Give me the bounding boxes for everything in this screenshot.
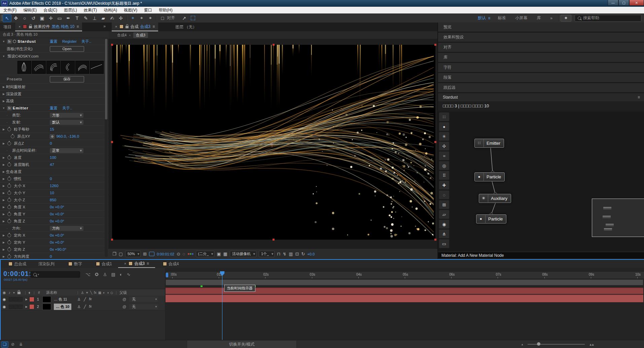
close-tab-icon[interactable]: × [19,25,21,29]
expand-icon[interactable]: ▶ [1,142,6,145]
preset-thumbnail-0[interactable] [17,61,31,74]
effect-row-15[interactable]: ▶大小 Y10 [0,189,108,197]
layer-label-swatch[interactable] [29,304,34,309]
zoom-out-icon[interactable]: ▲ [521,343,524,346]
switch-column-icon-5[interactable]: ◐ [103,291,105,294]
switch-column-icon-6[interactable]: ◑ [107,291,109,294]
menu-item-3[interactable]: 图层(L) [61,7,80,13]
param-dropdown[interactable]: 默认 [50,120,83,125]
stardust-panel-header[interactable]: Stardust≡ [438,93,644,101]
snap-arrow-icon[interactable]: ↗ [180,14,188,22]
param-value[interactable]: 47 [50,163,54,167]
graph-node-auxiliary-2[interactable]: ✳Auxiliary [479,194,511,203]
expand-icon[interactable]: ▼ [1,107,6,110]
timeline-button-icon[interactable]: ▥ [289,251,293,256]
hand-tool[interactable]: ✥ [12,14,20,22]
zoom-in-icon[interactable]: ▲▲ [589,343,594,346]
close-tab-icon[interactable]: × [124,262,126,266]
preset-thumbnail-5[interactable] [90,61,104,74]
channel-icon[interactable] [188,253,193,255]
layer-name[interactable]: … 色 10 [54,304,71,310]
expand-icon[interactable]: ▶ [1,248,6,251]
frame-blending-icon[interactable]: ▤ [111,272,115,277]
effect-row-2[interactable]: ▶高级 [0,98,108,105]
draft-toggle-icon[interactable]: ⇊ [17,342,24,347]
stopwatch-icon[interactable] [7,142,11,145]
effect-link-0[interactable]: 重置 [50,106,58,110]
param-value[interactable]: 0x +0.0° [50,240,64,244]
parent-pickwhip-icon[interactable]: @ [122,305,126,309]
scrollbar-thumb[interactable] [105,39,107,119]
mask-region-icon[interactable] [189,14,197,22]
switch-column-icon-1[interactable]: ✶ [86,291,88,294]
eraser-tool[interactable]: ▰ [99,14,107,22]
expand-icon[interactable]: ▶ [1,213,6,216]
workspace-more[interactable]: » [550,16,552,21]
effect-row-16[interactable]: ▶大小 Z850 [0,197,108,204]
effect-row-19[interactable]: ▶角度 Z0x +0.0° [0,218,108,225]
expand-icon[interactable]: ▼ [1,55,6,58]
particle-node-icon[interactable]: ● [439,122,450,131]
auxiliary-node-icon[interactable]: ✳ [439,132,450,141]
lock-column-icon[interactable] [17,292,21,294]
param-value[interactable]: 0 [50,141,52,145]
expand-icon[interactable]: ▶ [1,163,6,166]
expand-icon[interactable]: ▶ [1,100,6,103]
stopwatch-icon[interactable] [7,177,11,181]
param-value[interactable]: 0 [50,254,52,258]
node-minimap[interactable] [592,199,644,237]
comp-time-display[interactable]: 0:00:01:02 [157,252,174,256]
effect-row-13[interactable]: ▶惯性0 [0,175,108,182]
layer-handle-7[interactable] [434,239,436,241]
layer-handle-1[interactable] [273,44,275,46]
point-value[interactable]: ⊕960.0, -136.0 [50,134,79,139]
tab-menu-icon[interactable]: ≡ [76,24,79,29]
preset-thumbnail-4[interactable] [75,61,89,74]
effect-row-5[interactable]: ·发射:默认 [0,119,108,126]
stopwatch-icon[interactable] [7,128,11,131]
effect-row-3[interactable]: ▼fxEmitter重置关于.. [0,105,108,112]
switch-column-icon-7[interactable]: ◇ [110,291,113,294]
expand-icon[interactable]: ▶ [1,220,6,223]
panel-menu-icon[interactable]: ≡ [638,93,640,101]
tab-composition[interactable]: ×合成合成3≡ [112,23,158,31]
effect-row-14[interactable]: ▶大小 X1260 [0,182,108,189]
motion-blur-icon[interactable]: ◐ [120,272,122,277]
expand-icon[interactable]: ▶ [1,85,6,89]
quality-slash-icon[interactable]: ╱ [84,305,86,309]
pixel-aspect-icon[interactable]: ⊓ [277,251,280,256]
expand-icon[interactable]: ▶ [1,234,6,237]
workspace-settings-icon[interactable]: ✱ [561,15,571,22]
param-value[interactable]: 1260 [50,184,59,188]
effect-row-21[interactable]: ▶定向 X0x +0.0° [0,232,108,239]
param-value[interactable]: 0x +0.0° [50,205,64,209]
layer-visibility-icon[interactable]: ◉ [3,305,6,309]
hash-column[interactable]: # [38,290,40,294]
expand-icon[interactable]: ▶ [1,241,6,244]
parent-dropdown[interactable]: 无 [129,304,158,309]
param-dropdown[interactable]: 方形 [50,113,83,118]
snap-checkbox[interactable]: □ [158,14,167,22]
menu-item-8[interactable]: 帮助(H) [155,7,176,13]
tab-menu-icon[interactable]: ≡ [152,24,155,29]
graph-node-particle-1[interactable]: ●Particle [474,172,505,181]
field-node-icon[interactable]: ≈ [439,151,450,161]
tab-effect-controls[interactable]: ×效果控件黑色 纯色 10≡ [15,23,82,31]
effect-link-2[interactable]: 关于.. [81,39,91,43]
physics-node-icon[interactable]: ⋔ [439,229,450,239]
solo-cell[interactable] [13,297,18,302]
menu-item-7[interactable]: 窗口 [141,7,155,13]
stopwatch-icon[interactable] [7,184,11,188]
panel-header-6[interactable]: 跟踪器 [438,83,644,93]
stopwatch-icon[interactable] [7,255,11,258]
timeline-tab-5[interactable]: 合成4 [155,260,185,268]
shape-tool[interactable]: ▭ [56,14,64,22]
source-name-column[interactable]: 源名称 [46,290,57,295]
show-snapshot-icon[interactable]: ◌ [183,251,185,256]
fx-switch-icon[interactable]: fx [89,297,92,302]
graph-node-particle-3[interactable]: ●Particle [476,214,506,223]
effect-row-7[interactable]: 原点XY⊕960.0, -136.0 [0,133,108,140]
effect-row-0[interactable]: ▶时间重映射 [0,83,108,91]
switch-column-icon-2[interactable]: ╲ [90,291,92,294]
effect-row-1[interactable]: ▶渲染设置 [0,91,108,98]
